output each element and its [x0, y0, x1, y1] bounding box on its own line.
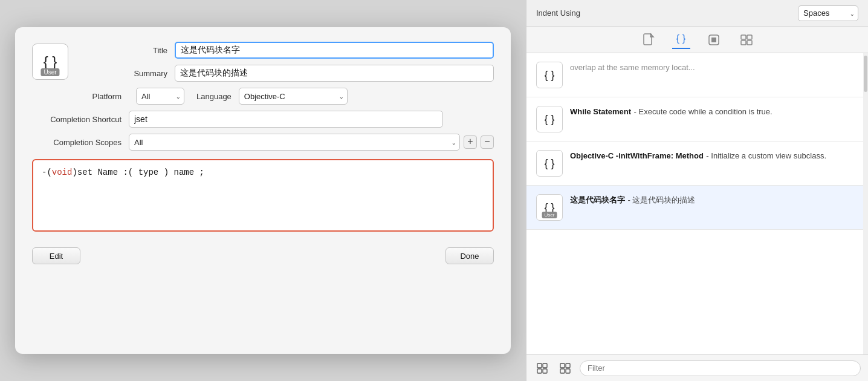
svg-rect-5 — [741, 41, 746, 45]
language-label: Language — [196, 92, 232, 101]
snippet-item-icon: { } — [536, 106, 563, 132]
platform-label: Platform — [32, 92, 129, 101]
code-dash: -( — [42, 168, 52, 177]
summary-input[interactable] — [175, 65, 494, 82]
tab-file-icon[interactable] — [640, 31, 658, 49]
snippet-user-badge: User — [542, 212, 557, 218]
grid-view-btn[interactable] — [534, 360, 551, 377]
code-space2 — [158, 168, 163, 177]
platform-select[interactable]: All — [136, 88, 184, 105]
svg-rect-9 — [537, 369, 542, 373]
list-item[interactable]: { } User 这是代码块名字 - 这是代码块的描述 — [526, 186, 868, 230]
language-select[interactable]: Objective-C — [239, 88, 348, 105]
list-item[interactable]: { } overlap at the same memory locat... — [526, 53, 868, 97]
title-field-row: Title — [78, 42, 494, 59]
summary-label: Summary — [78, 69, 175, 78]
snippet-item-content: Objective-C -initWithFrame: Method - Ini… — [570, 150, 858, 161]
svg-rect-14 — [566, 369, 570, 373]
svg-rect-3 — [741, 35, 746, 39]
dialog-buttons: Edit Done — [32, 247, 494, 264]
code-void: void — [52, 168, 73, 177]
code-space1 — [133, 168, 138, 177]
right-top-bar: Indent Using Spaces Tabs — [526, 0, 868, 27]
scopes-controls: All + − — [129, 134, 494, 151]
tab-grid-icon[interactable] — [737, 31, 756, 49]
indent-label: Indent Using — [536, 8, 580, 18]
main-container: { } User Title Summary — [0, 0, 868, 381]
scopes-select-wrapper: All — [129, 134, 460, 151]
dialog-backdrop: { } User Title Summary — [0, 0, 526, 381]
snippet-item-content: While Statement - Execute code while a c… — [570, 106, 858, 117]
snippet-title: While Statement — [570, 107, 631, 116]
filter-input[interactable] — [580, 360, 861, 376]
code-line: -(void)set Name :( type ) name ; — [42, 168, 484, 177]
snippet-dialog: { } User Title Summary — [15, 27, 511, 354]
svg-rect-13 — [560, 369, 565, 373]
scopes-select[interactable]: All — [129, 134, 460, 151]
remove-scope-btn[interactable]: − — [481, 135, 494, 149]
add-scope-btn[interactable]: + — [464, 135, 477, 149]
language-select-wrapper: Objective-C — [239, 88, 348, 105]
scrollbar-thumb[interactable] — [864, 56, 867, 92]
snippet-icon: { } User — [32, 44, 68, 80]
code-set: )set Name :( — [72, 168, 133, 177]
svg-rect-10 — [543, 369, 547, 373]
snippet-item-icon: { } User — [536, 194, 563, 221]
tab-stop-icon[interactable] — [705, 31, 723, 49]
completion-scopes-label: Completion Scopes — [32, 138, 129, 147]
snippet-item-icon: { } — [536, 62, 563, 88]
title-label: Title — [78, 46, 175, 55]
right-bottom-bar — [526, 354, 868, 381]
code-rest: ) name ; — [164, 168, 204, 177]
completion-shortcut-row: Completion Shortcut — [32, 111, 494, 128]
snippet-item-content: overlap at the same memory locat... — [570, 62, 858, 73]
svg-rect-2 — [711, 37, 716, 42]
title-row: { } User Title Summary — [32, 42, 494, 82]
completion-scopes-row: Completion Scopes All + − — [32, 134, 494, 151]
platform-language-row: Platform All Language Objective-C — [32, 88, 494, 105]
indent-select[interactable]: Spaces Tabs — [798, 5, 858, 21]
indent-select-wrapper: Spaces Tabs — [798, 5, 858, 21]
completion-shortcut-input[interactable] — [129, 111, 443, 128]
done-button[interactable]: Done — [445, 247, 494, 264]
scrollbar-track — [863, 53, 868, 354]
snippet-item-icon: { } — [536, 150, 563, 177]
list-view-btn[interactable] — [557, 360, 574, 377]
snippet-list: { } overlap at the same memory locat... … — [526, 53, 868, 354]
snippet-title: Objective-C -initWithFrame: Method — [570, 151, 704, 160]
list-item[interactable]: { } Objective-C -initWithFrame: Method -… — [526, 142, 868, 186]
code-editor[interactable]: -(void)set Name :( type ) name ; — [32, 159, 494, 232]
code-type: type — [138, 168, 159, 177]
svg-rect-8 — [543, 363, 547, 368]
svg-rect-6 — [747, 41, 752, 45]
icon-user-label: User — [40, 68, 59, 76]
svg-rect-7 — [537, 363, 542, 368]
snippet-title: 这是代码块名字 — [570, 195, 625, 204]
snippet-desc: - Execute code while a condition is true… — [634, 107, 772, 116]
right-panel: Indent Using Spaces Tabs { } — [526, 0, 868, 381]
title-input[interactable] — [175, 42, 494, 59]
icon-braces: { } — [44, 54, 57, 69]
tab-snippet-icon[interactable]: { } — [672, 31, 690, 49]
dialog-form: { } User Title Summary — [32, 42, 494, 238]
snippet-desc: - Initialize a custom view subclass. — [706, 151, 826, 160]
overlap-text: overlap at the same memory locat... — [570, 63, 695, 72]
summary-field-row: Summary — [78, 65, 494, 82]
svg-rect-11 — [560, 363, 565, 368]
snippet-desc: - 这是代码块的描述 — [627, 195, 695, 204]
svg-rect-12 — [566, 363, 570, 368]
completion-shortcut-label: Completion Shortcut — [32, 115, 129, 124]
snippet-item-content: 这是代码块名字 - 这是代码块的描述 — [570, 194, 858, 206]
svg-rect-4 — [747, 35, 752, 39]
edit-button[interactable]: Edit — [32, 247, 80, 264]
list-item[interactable]: { } While Statement - Execute code while… — [526, 97, 868, 142]
tab-bar: { } — [526, 27, 868, 53]
platform-select-wrapper: All — [136, 88, 184, 105]
